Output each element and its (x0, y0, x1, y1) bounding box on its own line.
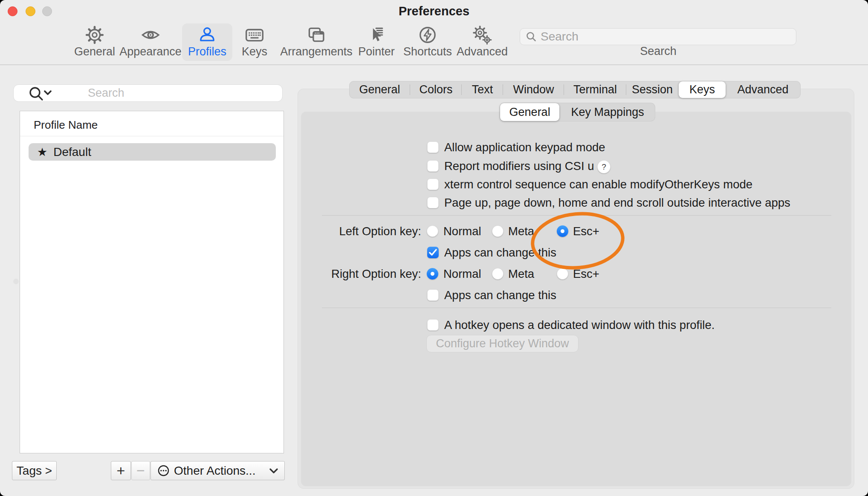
radio-label: Normal (443, 267, 481, 281)
toolbar-label: Arrangements (280, 45, 353, 58)
row-keypad-mode: Allow application keypad mode (0, 138, 868, 156)
checkbox[interactable] (427, 179, 439, 190)
search-placeholder: Search (541, 30, 579, 43)
radio-esc[interactable] (557, 225, 568, 237)
checkbox-label: Allow application keypad mode (444, 141, 605, 154)
search-scope-icon (25, 86, 58, 101)
windows-icon (307, 25, 326, 45)
checkbox[interactable] (427, 197, 439, 208)
toolbar-label: General (74, 45, 115, 58)
checkbox[interactable] (427, 289, 439, 301)
toolbar-item-pointer[interactable]: Pointer (352, 23, 401, 61)
subtab-key-mappings[interactable]: Key Mappings (560, 103, 655, 121)
toolbar-label: Keys (242, 45, 267, 58)
checkbox-label: Apps can change this (444, 288, 556, 302)
other-actions-dropdown[interactable]: Other Actions... (150, 461, 285, 480)
radio-label: Meta (508, 225, 534, 238)
checkbox-label: Apps can change this (444, 246, 556, 260)
checkbox[interactable] (427, 319, 439, 331)
toolbar-item-arrangements[interactable]: Arrangements (274, 23, 359, 61)
left-option-label: Left Option key: (298, 225, 421, 238)
radio-normal[interactable] (427, 225, 438, 237)
toolbar-item-profiles[interactable]: Profiles (182, 23, 232, 61)
toolbar-item-advanced[interactable]: Advanced (451, 23, 514, 61)
ellipsis-circle-icon (158, 465, 169, 476)
search-icon (526, 31, 537, 42)
keyboard-icon (245, 25, 264, 45)
toolbar-search-label: Search (622, 45, 694, 58)
radio-label: Esc+ (573, 267, 599, 281)
radio-label: Meta (508, 267, 534, 281)
checkbox-label: xterm control sequence can enable modify… (444, 178, 752, 191)
toolbar-label: Pointer (358, 45, 395, 58)
chevron-down-icon (269, 468, 278, 474)
configure-hotkey-window-button: Configure Hotkey Window (426, 335, 579, 352)
tab-keys[interactable]: Keys (679, 81, 726, 98)
radio-meta[interactable] (492, 225, 503, 237)
toolbar-label: Appearance (119, 45, 182, 58)
toolbar-item-keys[interactable]: Keys (236, 23, 273, 61)
row-left-apps-can-change: Apps can change this (0, 243, 868, 261)
tab-terminal[interactable]: Terminal (564, 81, 626, 98)
tags-button[interactable]: Tags > (12, 461, 57, 480)
tab-general[interactable]: General (349, 81, 410, 98)
checkbox[interactable] (427, 160, 439, 172)
subtab-general[interactable]: General (500, 103, 559, 121)
toolbar-label: Shortcuts (403, 45, 452, 58)
section-divider (322, 215, 831, 216)
person-icon (197, 25, 217, 45)
eye-icon (141, 25, 160, 45)
right-option-label: Right Option key: (298, 267, 421, 281)
tab-window[interactable]: Window (503, 81, 564, 98)
add-profile-button[interactable]: + (111, 461, 131, 480)
profile-search-input[interactable]: Search (13, 84, 283, 102)
row-page-scroll: Page up, page down, home and end scroll … (0, 193, 868, 211)
radio-label: Esc+ (573, 225, 599, 238)
toolbar-divider (0, 64, 868, 65)
checkbox-label: A hotkey opens a dedicated window with t… (444, 318, 715, 332)
remove-profile-button[interactable]: − (131, 461, 150, 480)
radio-esc[interactable] (557, 268, 568, 280)
keys-subtab-bar: General Key Mappings (500, 103, 655, 121)
radio-normal[interactable] (427, 268, 438, 280)
cursor-icon (367, 25, 386, 45)
tab-session[interactable]: Session (626, 81, 678, 98)
gear-icon (85, 25, 104, 45)
list-header-divider (20, 136, 284, 136)
row-csi-u: Report modifiers using CSI u (0, 157, 868, 175)
row-hotkey-window: A hotkey opens a dedicated window with t… (0, 316, 868, 334)
checkbox[interactable] (427, 141, 439, 153)
row-modify-other-keys: xterm control sequence can enable modify… (0, 175, 868, 193)
row-left-option-key: Left Option key: Normal Meta Esc+ (0, 222, 868, 240)
tab-colors[interactable]: Colors (410, 81, 462, 98)
row-right-option-key: Right Option key: Normal Meta Esc+ (0, 265, 868, 283)
checkbox-label: Page up, page down, home and end scroll … (444, 196, 790, 210)
toolbar-label: Profiles (188, 45, 226, 58)
search-placeholder: Search (88, 87, 124, 100)
preferences-window: Preferences General Appearance Profile (0, 0, 868, 496)
toolbar-item-appearance[interactable]: Appearance (113, 23, 188, 61)
profile-tab-bar: General Colors Text Window Terminal Sess… (349, 81, 801, 98)
tab-text[interactable]: Text (462, 81, 503, 98)
tab-advanced[interactable]: Advanced (726, 81, 800, 98)
help-button[interactable]: ? (597, 160, 610, 173)
checkbox-label: Report modifiers using CSI u (444, 159, 594, 173)
gears-icon (472, 25, 492, 45)
toolbar-item-shortcuts[interactable]: Shortcuts (397, 23, 458, 61)
bolt-icon (418, 25, 437, 45)
row-right-apps-can-change: Apps can change this (0, 286, 868, 304)
toolbar-label: Advanced (457, 45, 508, 58)
section-divider (322, 308, 831, 308)
other-actions-label: Other Actions... (174, 464, 255, 478)
profile-list-header: Profile Name (34, 118, 98, 132)
toolbar-search-input[interactable]: Search (520, 28, 796, 45)
checkbox[interactable] (427, 247, 439, 258)
window-title: Preferences (0, 4, 868, 18)
radio-label: Normal (443, 225, 481, 238)
radio-meta[interactable] (492, 268, 503, 280)
